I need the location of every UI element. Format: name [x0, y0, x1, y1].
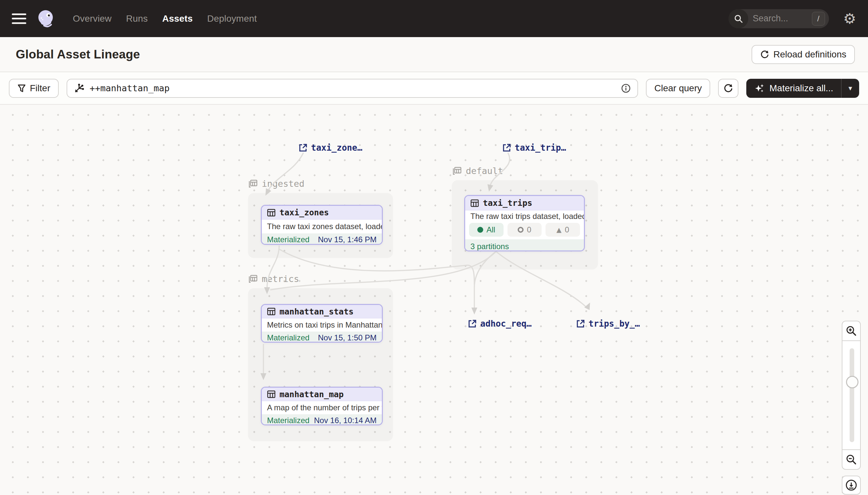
- status-badge: Materialized: [267, 235, 309, 244]
- menu-icon[interactable]: [12, 14, 26, 24]
- asset-query-field[interactable]: [67, 79, 638, 98]
- asset-description: The raw taxi zones dataset, loaded int..…: [262, 220, 382, 233]
- edge-taxi-trip-ext-to-taxi-trips: [490, 153, 510, 186]
- lineage-canvas[interactable]: ingested default metrics: [0, 105, 868, 495]
- asset-node-taxi-zones[interactable]: taxi_zones The raw taxi zones dataset, l…: [261, 205, 383, 245]
- download-icon: [845, 479, 858, 492]
- edge-taxi-trips-to-trips-by-week: [496, 252, 587, 308]
- asset-description: Metrics on taxi trips in Manhattan: [262, 319, 382, 331]
- edge-taxi-zones-to-adhoc-request: [279, 249, 474, 285]
- filter-icon: [17, 84, 26, 92]
- table-icon: [267, 307, 276, 316]
- materialize-dropdown-caret[interactable]: ▾: [842, 79, 859, 98]
- reload-icon: [760, 50, 769, 59]
- asset-name: taxi_trips: [483, 198, 532, 208]
- table-icon: [267, 208, 276, 217]
- asset-query-input[interactable]: [90, 83, 616, 93]
- zoom-in-icon: [845, 325, 857, 337]
- filter-button[interactable]: Filter: [9, 79, 59, 98]
- page-title: Global Asset Lineage: [16, 48, 140, 62]
- external-link-icon: [576, 319, 585, 328]
- global-search[interactable]: /: [729, 9, 829, 28]
- gear-icon[interactable]: ⚙: [844, 12, 856, 26]
- asset-node-taxi-trips[interactable]: taxi_trips The raw taxi trips dataset, l…: [464, 195, 585, 252]
- triangle-icon: ▲: [556, 226, 561, 234]
- materialization-timestamp[interactable]: Nov 16, 10:14 AM: [314, 416, 377, 425]
- zoom-out-button[interactable]: [842, 449, 861, 470]
- zoom-out-icon: [845, 454, 857, 465]
- nav-runs[interactable]: Runs: [126, 14, 148, 24]
- search-shortcut-key: /: [812, 12, 825, 25]
- download-image-button[interactable]: [842, 476, 861, 495]
- external-link-icon: [468, 319, 477, 328]
- topbar: Overview Runs Assets Deployment / ⚙: [0, 0, 868, 37]
- zoom-slider-track[interactable]: [850, 348, 854, 442]
- materialization-timestamp[interactable]: Nov 15, 1:50 PM: [318, 333, 377, 342]
- edge-taxi-zones-to-manhattan-stats: [267, 245, 279, 289]
- partitions-all-badge[interactable]: All: [469, 223, 503, 237]
- external-link-icon: [299, 143, 308, 152]
- table-icon: [267, 390, 276, 398]
- zoom-in-button[interactable]: [842, 321, 861, 341]
- asset-name: manhattan_map: [280, 390, 344, 399]
- sparkles-icon: [754, 83, 765, 93]
- zoom-slider-handle[interactable]: [846, 376, 858, 388]
- status-badge: Materialized: [267, 333, 309, 342]
- asset-name: manhattan_stats: [280, 307, 354, 317]
- reload-definitions-button[interactable]: Reload definitions: [751, 45, 855, 64]
- zoom-controls: [842, 321, 861, 470]
- nav-overview[interactable]: Overview: [73, 14, 111, 24]
- materialize-all-button[interactable]: Materialize all... ▾: [746, 79, 859, 98]
- dagster-logo-icon[interactable]: [36, 9, 56, 29]
- asset-node-manhattan-stats[interactable]: manhattan_stats Metrics on taxi trips in…: [261, 304, 383, 343]
- search-icon: [729, 9, 748, 28]
- dagster-app: Overview Runs Assets Deployment / ⚙ Glob…: [0, 0, 868, 495]
- search-input[interactable]: [748, 14, 812, 24]
- external-asset-taxi-trip[interactable]: taxi_trip…: [502, 143, 566, 153]
- nav-deployment[interactable]: Deployment: [207, 14, 257, 24]
- asset-name: taxi_zones: [280, 208, 329, 217]
- table-icon: [471, 199, 479, 207]
- zoom-slider[interactable]: [842, 341, 861, 449]
- external-asset-trips-by-week[interactable]: trips_by_…: [576, 319, 640, 328]
- partition-health-badges: All 0 ▲ 0: [465, 222, 584, 239]
- graph-query-icon: [74, 83, 84, 93]
- asset-description: The raw taxi trips dataset, loaded into …: [465, 210, 584, 222]
- partitions-missing-badge[interactable]: 0: [508, 223, 542, 237]
- materialization-timestamp[interactable]: Nov 15, 1:46 PM: [318, 235, 377, 244]
- nav-assets[interactable]: Assets: [162, 14, 193, 24]
- external-asset-adhoc-request[interactable]: adhoc_req…: [468, 319, 532, 328]
- partitions-failed-badge[interactable]: ▲ 0: [546, 223, 580, 237]
- edge-taxi-zone-ext-to-taxi-zones: [268, 153, 303, 191]
- status-badge: Materialized: [267, 416, 309, 425]
- external-asset-taxi-zone[interactable]: taxi_zone…: [299, 143, 362, 153]
- lineage-toolbar: Filter Clear query: [0, 72, 868, 105]
- info-icon[interactable]: [621, 83, 631, 93]
- page-header: Global Asset Lineage Reload definitions: [0, 37, 868, 72]
- external-link-icon: [502, 143, 511, 152]
- ring-icon: [518, 227, 524, 233]
- asset-description: A map of the number of trips per taxi z.…: [262, 401, 382, 414]
- refresh-icon: [723, 83, 733, 93]
- asset-node-manhattan-map[interactable]: manhattan_map A map of the number of tri…: [261, 387, 383, 425]
- lineage-edges: [0, 105, 868, 495]
- refresh-button[interactable]: [718, 79, 739, 98]
- main-nav: Overview Runs Assets Deployment: [73, 14, 257, 24]
- clear-query-button[interactable]: Clear query: [646, 79, 711, 98]
- dot-icon: [477, 227, 483, 233]
- partitions-count[interactable]: 3 partitions: [471, 242, 509, 251]
